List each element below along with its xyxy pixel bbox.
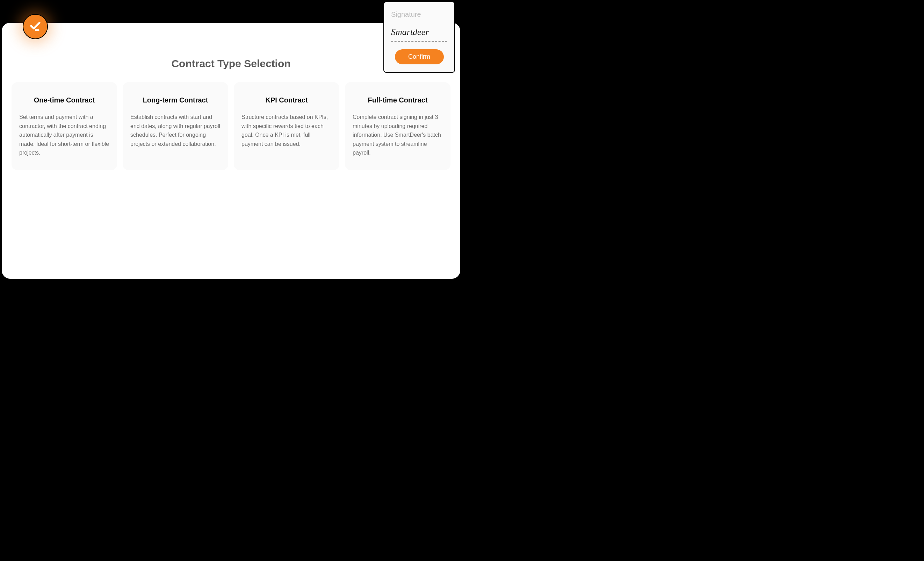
card-title: Long-term Contract	[130, 96, 220, 104]
card-full-time-contract[interactable]: Full-time Contract Complete contract sig…	[345, 82, 450, 170]
card-kpi-contract[interactable]: KPI Contract Structure contracts based o…	[234, 82, 339, 170]
check-icon	[29, 20, 42, 33]
card-one-time-contract[interactable]: One-time Contract Set terms and payment …	[12, 82, 117, 170]
signature-panel: Signature Smartdeer Confirm	[383, 2, 455, 73]
card-body: Establish contracts with start and end d…	[130, 113, 220, 148]
signature-input[interactable]: Smartdeer	[391, 27, 447, 40]
signature-label: Signature	[391, 11, 447, 18]
card-title: Full-time Contract	[352, 96, 443, 104]
card-body: Set terms and payment with a contractor,…	[19, 113, 110, 157]
cards-grid: One-time Contract Set terms and payment …	[12, 82, 450, 170]
confirm-button[interactable]: Confirm	[395, 49, 444, 64]
signature-line	[391, 41, 447, 42]
card-long-term-contract[interactable]: Long-term Contract Establish contracts w…	[123, 82, 228, 170]
card-body: Structure contracts based on KPIs, with …	[242, 113, 332, 148]
card-title: One-time Contract	[19, 96, 110, 104]
check-badge	[23, 14, 48, 39]
card-title: KPI Contract	[242, 96, 332, 104]
card-body: Complete contract signing in just 3 minu…	[352, 113, 443, 157]
